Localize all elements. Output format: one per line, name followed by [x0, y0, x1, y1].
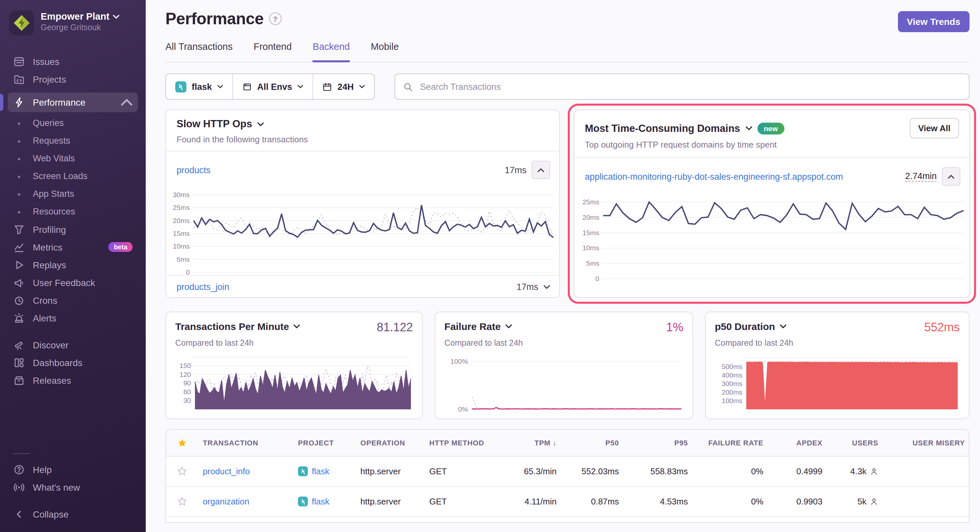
date-range-dropdown[interactable]: 24H — [312, 74, 374, 99]
dashboards-icon — [13, 357, 25, 368]
search-input[interactable] — [419, 81, 961, 92]
transaction-link[interactable]: product_info — [203, 466, 250, 476]
view-trends-button[interactable]: View Trends — [897, 11, 969, 32]
p50-chart: 500ms400ms300ms200ms100ms — [715, 353, 960, 412]
svg-text:25ms: 25ms — [173, 204, 190, 211]
domain-time-spent[interactable]: 2.74min — [905, 171, 937, 182]
sidebar-item-user-feedback[interactable]: User Feedback — [8, 273, 138, 291]
slow-http-ops-chart: 30ms25ms20ms15ms10ms5ms0 — [170, 188, 555, 275]
table-row-partial — [166, 517, 969, 522]
sidebar-item-profiling[interactable]: Profiling — [8, 221, 138, 238]
sidebar-item-queries[interactable]: •Queries — [8, 114, 138, 132]
svg-text:20ms: 20ms — [173, 217, 190, 224]
star-toggle[interactable] — [166, 497, 197, 507]
megaphone-icon — [13, 276, 25, 288]
new-badge: new — [757, 122, 784, 134]
chevron-down-icon[interactable] — [257, 122, 264, 126]
search-transactions-box[interactable] — [395, 73, 969, 100]
chevron-up-icon — [538, 168, 544, 172]
beta-badge: beta — [109, 242, 133, 252]
chevron-up-icon — [948, 174, 955, 179]
sidebar-item-discover[interactable]: Discover — [8, 336, 138, 354]
col-failure-rate[interactable]: FAILURE RATE — [693, 439, 768, 447]
p95-cell: 4.53ms — [624, 497, 693, 507]
svg-text:300ms: 300ms — [722, 380, 742, 387]
col-user-misery[interactable]: USER MISERY — [883, 439, 969, 447]
col-users[interactable]: USERS — [828, 439, 883, 447]
transaction-link[interactable]: organization — [203, 497, 250, 507]
domains-title[interactable]: Most Time-Consuming Domains — [585, 122, 740, 134]
star-toggle[interactable] — [166, 466, 197, 476]
sidebar-item-issues[interactable]: Issues — [8, 52, 138, 70]
sidebar-item-replays[interactable]: Replays — [8, 256, 138, 273]
tab-backend[interactable]: Backend — [313, 41, 350, 62]
col-p95[interactable]: P95 — [624, 439, 693, 447]
project-filter-dropdown[interactable]: flask — [166, 74, 232, 99]
project-badge[interactable]: flask — [298, 497, 350, 507]
sidebar-item-crons[interactable]: Crons — [8, 291, 138, 309]
sidebar-item-requests[interactable]: •Requests — [8, 132, 138, 149]
sidebar-item-resources[interactable]: •Resources — [8, 203, 138, 221]
chevron-down-icon — [113, 14, 119, 19]
sidebar-item-web-vitals[interactable]: •Web Vitals — [8, 149, 138, 167]
domain-link[interactable]: application-monitoring-ruby-dot-sales-en… — [585, 172, 843, 181]
view-all-button[interactable]: View All — [910, 118, 959, 138]
sidebar-collapse-button[interactable]: Collapse — [8, 505, 138, 523]
key-transactions-star-icon[interactable] — [166, 438, 197, 448]
help-question-icon[interactable]: ? — [269, 13, 281, 25]
products-join-duration: 17ms — [517, 282, 538, 292]
chevron-down-icon[interactable] — [544, 285, 550, 289]
p50-title[interactable]: p50 Duration — [715, 321, 786, 332]
sidebar-item-releases[interactable]: Releases — [8, 371, 138, 389]
col-tpm-sorted[interactable]: TPM ↓ — [500, 439, 562, 447]
tpm-title[interactable]: Transactions Per Minute — [175, 321, 300, 332]
sidebar-item-whats-new[interactable]: What's new — [8, 478, 138, 496]
sentry-performance-app: Empower Plant George Gritsouk Issues Pro… — [0, 0, 980, 532]
table-row: organization flask http.server GET 4.11/… — [166, 487, 969, 517]
flask-project-icon — [298, 497, 308, 507]
sidebar-item-help[interactable]: Help — [8, 461, 138, 478]
tab-all-transactions[interactable]: All Transactions — [165, 41, 233, 62]
col-apdex[interactable]: APDEX — [768, 439, 828, 447]
sidebar-item-alerts[interactable]: Alerts — [8, 309, 138, 327]
sidebar-item-performance[interactable]: Performance — [8, 92, 138, 112]
page-header: Performance ? View Trends All Transactio… — [146, 0, 980, 62]
tpm-subtitle: Compared to last 24h — [175, 338, 413, 348]
svg-text:150: 150 — [180, 362, 191, 369]
sidebar-item-app-starts[interactable]: •App Starts — [8, 185, 138, 203]
collapse-row-button[interactable] — [942, 167, 960, 186]
products-link[interactable]: products — [177, 165, 211, 175]
products-join-link[interactable]: products_join — [177, 282, 229, 292]
sidebar-item-dashboards[interactable]: Dashboards — [8, 354, 138, 371]
sidebar-item-metrics[interactable]: Metrics beta — [8, 238, 138, 256]
page-filters: flask All Envs 24H — [165, 73, 375, 100]
telescope-icon — [13, 339, 25, 351]
svg-text:120: 120 — [180, 371, 191, 378]
replays-play-icon — [13, 259, 25, 271]
sort-desc-arrow-icon: ↓ — [553, 439, 557, 447]
collapse-row-button[interactable] — [532, 161, 550, 179]
svg-text:5ms: 5ms — [177, 256, 190, 263]
domain-row: application-monitoring-ruby-dot-sales-en… — [574, 158, 969, 195]
search-icon — [403, 82, 413, 92]
svg-text:100ms: 100ms — [722, 397, 742, 404]
sidebar-item-projects[interactable]: Projects — [8, 70, 138, 88]
sidebar-item-screen-loads[interactable]: •Screen Loads — [8, 167, 138, 185]
failure-rate-value: 1% — [666, 321, 683, 335]
sidebar: Empower Plant George Gritsouk Issues Pro… — [0, 0, 146, 532]
slow-http-ops-title[interactable]: Slow HTTP Ops — [177, 118, 252, 130]
col-p50[interactable]: P50 — [562, 439, 624, 447]
tab-mobile[interactable]: Mobile — [371, 41, 399, 62]
svg-text:0%: 0% — [458, 405, 468, 412]
environment-filter-dropdown[interactable]: All Envs — [232, 74, 313, 99]
svg-text:0: 0 — [186, 268, 190, 275]
user-icon — [870, 467, 878, 476]
chevron-down-icon[interactable] — [745, 126, 752, 130]
org-switcher[interactable]: Empower Plant George Gritsouk — [8, 8, 138, 38]
col-transaction[interactable]: TRANSACTION — [197, 439, 293, 447]
failure-rate-title[interactable]: Failure Rate — [444, 321, 512, 332]
tab-frontend[interactable]: Frontend — [254, 41, 292, 62]
transaction-row-products-join: products_join 17ms — [166, 275, 559, 299]
failure-rate-cell: 0% — [693, 466, 768, 476]
project-badge[interactable]: flask — [298, 466, 350, 476]
